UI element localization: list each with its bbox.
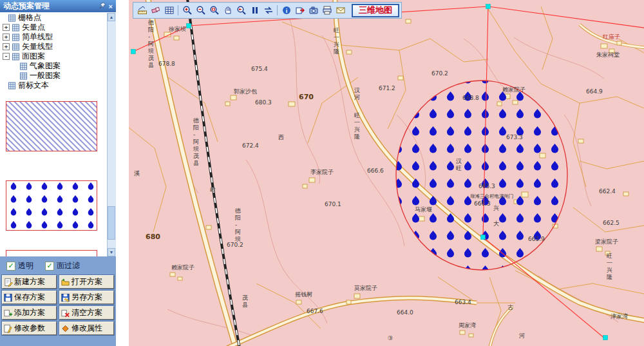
map-label: 旺一兴隆 <box>354 112 360 140</box>
add-plan-button[interactable]: 添加方案 <box>2 306 57 320</box>
map-label: ③ <box>388 335 393 341</box>
toolbar-separator <box>178 5 178 15</box>
mail-icon[interactable] <box>334 4 347 17</box>
map-label: 675.4 <box>251 66 268 72</box>
expand-icon[interactable]: + <box>3 24 10 31</box>
layer-icon <box>12 24 20 32</box>
camera-icon[interactable] <box>307 4 320 17</box>
tree-item-矢量点[interactable]: +矢量点 <box>0 23 108 32</box>
checkbox-icon[interactable]: ✓ <box>6 262 15 271</box>
map-label: 摇钱树 <box>295 291 312 298</box>
tree-item-面图案[interactable]: -面图案 <box>0 52 108 61</box>
clear-icon <box>61 308 70 318</box>
sidebar-scrollbar[interactable]: ▲ ▼ <box>107 13 116 256</box>
layer-icon <box>8 14 16 22</box>
vertex-handle[interactable] <box>486 5 491 9</box>
scroll-down-icon[interactable]: ▼ <box>108 248 115 256</box>
vertex-handle[interactable] <box>481 235 486 240</box>
add-icon <box>3 308 13 318</box>
map-label: 665.9 <box>528 236 545 242</box>
checkbox-icon[interactable]: ✓ <box>45 262 54 271</box>
drops-pattern[interactable] <box>6 180 97 231</box>
map-label: 梁家院子 <box>595 238 618 245</box>
eraser-icon[interactable] <box>149 4 162 17</box>
checkbox-面过滤[interactable]: ✓面过滤 <box>45 260 80 271</box>
hatch-pattern[interactable] <box>6 101 97 151</box>
map-label: 旺一兴隆 <box>334 27 339 55</box>
map-label: 朱家祠堂 <box>596 52 620 58</box>
checkbox-透明[interactable]: ✓透明 <box>6 260 33 271</box>
partial-pattern[interactable] <box>6 250 97 256</box>
building <box>174 36 179 40</box>
grid-icon[interactable] <box>162 4 176 17</box>
zoom-out-icon[interactable] <box>194 4 207 17</box>
identify-icon[interactable]: i <box>279 4 293 17</box>
attrs-plan-button[interactable]: 修改属性 <box>59 322 114 335</box>
map-label: 河 <box>519 332 525 339</box>
map-label: 670 <box>299 93 314 101</box>
scroll-thumb[interactable] <box>108 206 115 240</box>
layer-icon <box>12 53 20 61</box>
building <box>206 226 211 229</box>
map-label: 古 <box>507 304 513 311</box>
building <box>346 300 351 304</box>
map-label: 665.3 <box>478 183 495 189</box>
building <box>469 334 473 337</box>
tree-item-箭标文本[interactable]: 箭标文本 <box>0 81 108 90</box>
building <box>406 19 411 23</box>
map-label: 岭 <box>210 186 216 193</box>
building <box>178 277 182 280</box>
attrs-icon <box>61 323 70 333</box>
tree-item-简单线型[interactable]: +简单线型 <box>0 32 108 42</box>
map-label: 670.2 <box>227 242 243 248</box>
print-icon[interactable] <box>320 4 334 17</box>
building <box>617 41 621 45</box>
map-canvas[interactable]: 徐家坝红庙子朱家祠堂678.8675.4郭家沙包680.3670671.2670… <box>129 0 644 346</box>
layer-icon <box>8 82 16 90</box>
button-label: 另存方案 <box>71 292 102 303</box>
tree-item-栅格点[interactable]: 栅格点 <box>0 13 108 23</box>
scroll-up-icon[interactable]: ▲ <box>108 13 115 21</box>
close-icon[interactable]: × <box>109 3 113 10</box>
save-plan-button[interactable]: 保存方案 <box>2 291 57 304</box>
tree-item-矢量线型[interactable]: +矢量线型 <box>0 42 108 52</box>
measure-icon[interactable] <box>135 4 149 17</box>
map-label: 664.9 <box>586 88 603 95</box>
tree-item-一般图案[interactable]: 一般图案 <box>0 71 108 81</box>
vertex-handle[interactable] <box>187 24 191 28</box>
expand-icon[interactable]: + <box>3 43 10 50</box>
checkbox-label: 透明 <box>18 260 33 271</box>
vertex-handle[interactable] <box>603 336 608 340</box>
zoom-box-icon[interactable] <box>207 4 221 17</box>
pan-icon[interactable] <box>221 4 234 17</box>
expand-icon[interactable]: + <box>3 34 10 41</box>
map-label: 兴 <box>493 205 499 211</box>
collapse-icon[interactable]: - <box>3 53 10 60</box>
tree-item-气象图案[interactable]: 气象图案 <box>0 61 108 71</box>
params-plan-button[interactable]: 修改参数 <box>2 322 57 335</box>
zoom-prev-icon[interactable] <box>234 4 248 17</box>
export-icon[interactable] <box>293 4 307 17</box>
pin-icon[interactable] <box>99 2 106 10</box>
plan-buttons: 新建方案打开方案保存方案另存方案添加方案清空方案修改参数修改属性 <box>0 273 116 337</box>
map-label: 666.3 <box>474 200 491 207</box>
plan-manager-panel: 动态预案管理 × 栅格点+矢量点+简单线型+矢量线型-面图案气象图案一般图案箭标… <box>0 0 116 346</box>
vertex-handle[interactable] <box>131 50 136 54</box>
svg-text:i: i <box>285 8 287 14</box>
panel-titlebar: 动态预案管理 × <box>0 0 116 12</box>
pause-icon[interactable] <box>248 4 261 17</box>
new-plan-button[interactable]: 新建方案 <box>2 275 57 289</box>
button-label: 清空方案 <box>71 307 102 318</box>
map-label: 德阳-阿坝茂县 <box>193 117 199 166</box>
zoom-in-icon[interactable] <box>180 4 194 17</box>
clear-plan-button[interactable]: 清空方案 <box>59 306 114 320</box>
building <box>460 331 465 334</box>
swap-icon[interactable] <box>261 4 275 17</box>
map3d-button[interactable]: 三维地图 <box>352 4 399 17</box>
map-label: 莫家院子 <box>354 285 377 291</box>
open-plan-button[interactable]: 打开方案 <box>59 275 114 289</box>
saveas-plan-button[interactable]: 另存方案 <box>59 291 114 304</box>
map-area[interactable]: 徐家坝红庙子朱家祠堂678.8675.4郭家沙包680.3670671.2670… <box>129 0 644 346</box>
button-label: 新建方案 <box>14 276 45 287</box>
map-label: 周家湾 <box>459 322 476 329</box>
